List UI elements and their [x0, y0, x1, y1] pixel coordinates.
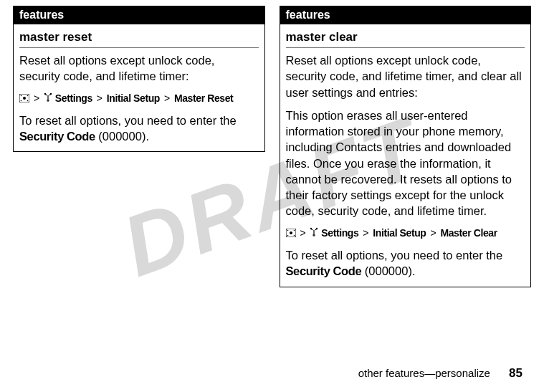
nav-path-left: > Settings > Initial Setup > Master Rese… — [19, 92, 259, 105]
note-left: To reset all options, you need to enter … — [19, 113, 259, 145]
para-left-1: Reset all options except unlock code, se… — [19, 52, 259, 85]
gt: > — [430, 227, 436, 239]
security-code-label: Security Code — [286, 264, 362, 277]
code-value: (000000). — [361, 264, 415, 277]
right-column: features master clear Reset all options … — [280, 6, 532, 287]
page-footer: other features—personalize 85 — [358, 366, 522, 381]
section-title-right: master clear — [286, 30, 525, 48]
svg-point-9 — [290, 231, 292, 234]
table-cell-left: master reset Reset all options except un… — [14, 24, 264, 151]
nav-initial-setup: Initial Setup — [107, 92, 160, 104]
gt: > — [300, 227, 305, 239]
svg-point-12 — [287, 235, 288, 236]
center-key-icon — [286, 227, 296, 240]
center-key-icon — [19, 92, 29, 105]
nav-settings: Settings — [55, 92, 92, 104]
note-prefix: To reset all options, you need to enter … — [19, 114, 237, 127]
para-right-1: Reset all options except unlock code, se… — [286, 52, 525, 100]
gt: > — [97, 92, 102, 104]
feature-box-right: features master clear Reset all options … — [280, 6, 532, 287]
table-cell-right: master clear Reset all options except un… — [280, 24, 531, 287]
settings-tool-icon — [44, 92, 52, 105]
code-value: (000000). — [95, 130, 149, 143]
nav-path-right: > Settings > Initial Setup > Master Clea… — [286, 226, 525, 240]
footer-section: other features—personalize — [358, 367, 490, 379]
feature-box-left: features master reset Reset all options … — [13, 6, 265, 152]
nav-action: Master Clear — [440, 227, 497, 239]
gt: > — [363, 227, 368, 239]
svg-point-1 — [23, 97, 26, 100]
settings-tool-icon — [310, 227, 318, 240]
svg-point-3 — [27, 95, 29, 96]
content-columns: features master reset Reset all options … — [13, 6, 531, 287]
svg-point-11 — [293, 230, 295, 231]
svg-point-15 — [316, 228, 318, 229]
table-header-right: features — [280, 6, 531, 24]
nav-action: Master Reset — [174, 92, 233, 104]
para-right-2: This option erases all user-entered info… — [286, 107, 525, 219]
note-right: To reset all options, you need to enter … — [286, 247, 525, 279]
left-column: features master reset Reset all options … — [13, 6, 265, 287]
nav-settings: Settings — [321, 227, 358, 239]
table-header-left: features — [14, 6, 264, 24]
note-prefix: To reset all options, you need to enter … — [286, 249, 503, 262]
svg-point-14 — [310, 228, 312, 229]
svg-point-10 — [287, 230, 288, 231]
svg-point-4 — [21, 100, 22, 101]
gt: > — [34, 92, 39, 104]
page-number: 85 — [509, 366, 522, 380]
svg-point-6 — [44, 93, 46, 95]
svg-point-5 — [27, 100, 29, 101]
svg-point-7 — [50, 93, 52, 95]
gt: > — [164, 92, 170, 104]
nav-initial-setup: Initial Setup — [373, 227, 426, 239]
svg-point-13 — [293, 235, 295, 236]
security-code-label: Security Code — [19, 130, 95, 143]
section-title-left: master reset — [19, 30, 259, 48]
svg-point-2 — [21, 95, 22, 96]
